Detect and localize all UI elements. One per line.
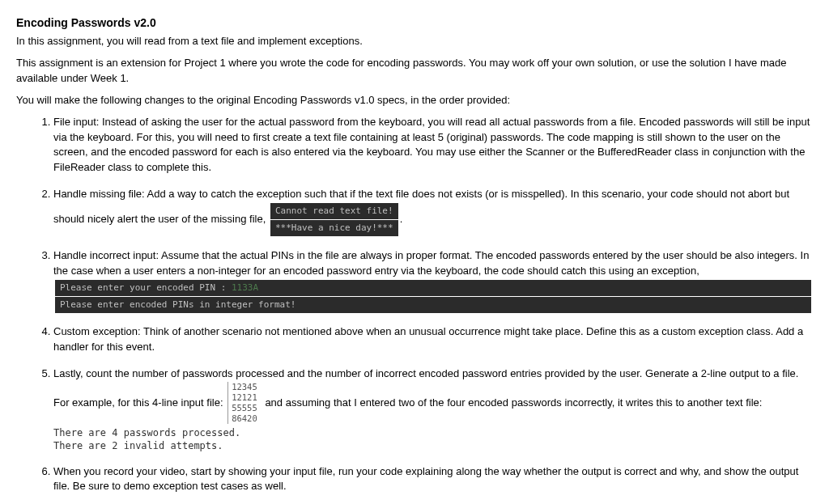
req5-output-block: There are 4 passwords processed. There a… xyxy=(53,427,813,452)
intro-paragraph-2: This assignment is an extension for Proj… xyxy=(16,56,813,87)
req2-text-a: Handle missing file: Add a way to catch … xyxy=(53,188,789,225)
requirements-list: File input: Instead of asking the user f… xyxy=(16,115,813,495)
req3-code-block: Please enter your encoded PIN : 1133A Pl… xyxy=(53,280,813,313)
intro-paragraph-1: In this assignment, you will read from a… xyxy=(16,34,813,49)
intro-paragraph-3: You will make the following changes to t… xyxy=(16,93,813,108)
req2-code-block: Cannot read text file! ***Have a nice da… xyxy=(269,202,400,237)
requirement-item-2: Handle missing file: Add a way to catch … xyxy=(53,187,813,237)
req2-code-line-2: ***Have a nice day!*** xyxy=(270,220,398,236)
requirement-item-5: Lastly, count the number of passwords pr… xyxy=(53,366,813,453)
requirement-item-6: When you record your video, start by sho… xyxy=(53,464,813,495)
req2-code-line-1: Cannot read text file! xyxy=(270,203,398,219)
requirement-item-1: File input: Instead of asking the user f… xyxy=(53,115,813,176)
requirement-item-3: Handle incorrect input: Assume that the … xyxy=(53,248,813,314)
page-title: Encoding Passwords v2.0 xyxy=(16,15,813,31)
req5-text-b: and assuming that I entered two of the f… xyxy=(265,396,762,409)
req3-code-line-2: Please enter encoded PINs in integer for… xyxy=(55,297,811,313)
requirement-item-4: Custom exception: Think of another scena… xyxy=(53,324,813,355)
req5-input-file-box: 12345 12121 55555 86420 xyxy=(227,382,261,425)
req2-text-b: . xyxy=(400,213,403,225)
req3-code-line-1: Please enter your encoded PIN : 1133A xyxy=(55,280,811,296)
req3-text-a: Handle incorrect input: Assume that the … xyxy=(53,249,809,277)
req5-output-line-2: There are 2 invalid attempts. xyxy=(53,440,813,453)
req5-output-line-1: There are 4 passwords processed. xyxy=(53,427,813,440)
